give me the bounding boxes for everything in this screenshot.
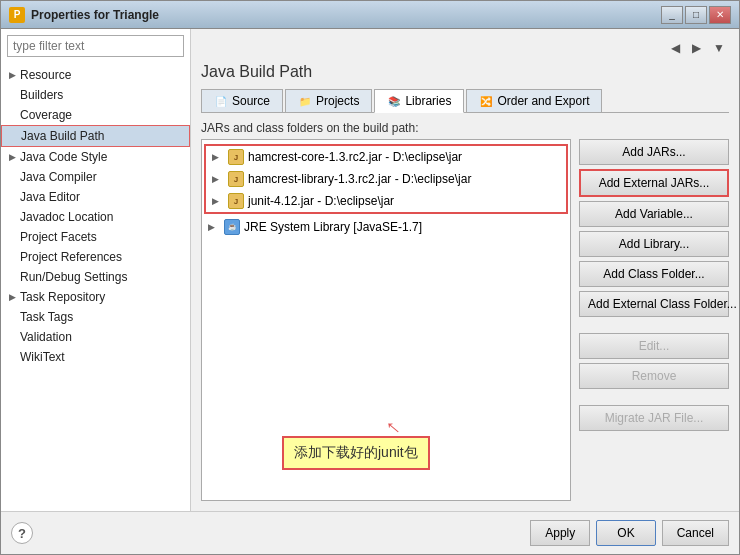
source-tab-icon: 📄 — [214, 94, 228, 108]
tab-libraries-label: Libraries — [405, 94, 451, 108]
build-path-main: ▶ J hamcrest-core-1.3.rc2.jar - D:\eclip… — [201, 139, 729, 501]
sidebar-item-task-repository[interactable]: ▶ Task Repository — [1, 287, 190, 307]
window-controls: _ □ ✕ — [661, 6, 731, 24]
sidebar: ▶ Resource ▶ Builders ▶ Coverage ▶ Java … — [1, 29, 191, 511]
sidebar-item-java-build-path[interactable]: ▶ Java Build Path — [1, 125, 190, 147]
sidebar-item-label: Task Repository — [20, 290, 105, 304]
back-button[interactable]: ◀ — [667, 39, 684, 57]
sidebar-item-resource[interactable]: ▶ Resource — [1, 65, 190, 85]
ok-button[interactable]: OK — [596, 520, 655, 546]
window-title: Properties for Triangle — [31, 8, 661, 22]
sidebar-item-validation[interactable]: ▶ Validation — [1, 327, 190, 347]
tabs-row: 📄 Source 📁 Projects 📚 Libraries 🔀 Order … — [201, 89, 729, 113]
sidebar-item-task-tags[interactable]: ▶ Task Tags — [1, 307, 190, 327]
migrate-jar-button[interactable]: Migrate JAR File... — [579, 405, 729, 431]
sidebar-item-wikitext[interactable]: ▶ WikiText — [1, 347, 190, 367]
arrow-icon: ▶ — [9, 292, 16, 302]
jar-list: ▶ J hamcrest-core-1.3.rc2.jar - D:\eclip… — [202, 140, 570, 240]
close-button[interactable]: ✕ — [709, 6, 731, 24]
sidebar-item-label: Run/Debug Settings — [20, 270, 127, 284]
add-external-jars-button[interactable]: Add External JARs... — [579, 169, 729, 197]
add-jars-button[interactable]: Add JARs... — [579, 139, 729, 165]
build-path-area: JARs and class folders on the build path… — [201, 121, 729, 501]
jar-file-icon: J — [228, 149, 244, 165]
sidebar-item-label: Coverage — [20, 108, 72, 122]
sidebar-item-label: Javadoc Location — [20, 210, 113, 224]
dropdown-button[interactable]: ▼ — [709, 39, 729, 57]
sidebar-list: ▶ Resource ▶ Builders ▶ Coverage ▶ Java … — [1, 63, 190, 511]
sidebar-item-run-debug-settings[interactable]: ▶ Run/Debug Settings — [1, 267, 190, 287]
remove-button[interactable]: Remove — [579, 363, 729, 389]
tab-projects-label: Projects — [316, 94, 359, 108]
arrow-icon: ▶ — [9, 70, 16, 80]
sidebar-item-java-compiler[interactable]: ▶ Java Compiler — [1, 167, 190, 187]
cancel-button[interactable]: Cancel — [662, 520, 729, 546]
sidebar-item-label: Validation — [20, 330, 72, 344]
tab-projects[interactable]: 📁 Projects — [285, 89, 372, 112]
jar-file-icon: J — [228, 171, 244, 187]
jar-item-label: hamcrest-library-1.3.rc2.jar - D:\eclips… — [248, 172, 471, 186]
jar-file-icon: J — [228, 193, 244, 209]
libraries-tab-icon: 📚 — [387, 94, 401, 108]
properties-window: P Properties for Triangle _ □ ✕ ▶ Resour… — [0, 0, 740, 555]
tab-source[interactable]: 📄 Source — [201, 89, 283, 112]
sidebar-item-label: WikiText — [20, 350, 65, 364]
sidebar-item-builders[interactable]: ▶ Builders — [1, 85, 190, 105]
order-export-tab-icon: 🔀 — [479, 94, 493, 108]
forward-button[interactable]: ▶ — [688, 39, 705, 57]
nav-arrows: ◀ ▶ ▼ — [201, 39, 729, 57]
sidebar-item-java-editor[interactable]: ▶ Java Editor — [1, 187, 190, 207]
tab-order-export[interactable]: 🔀 Order and Export — [466, 89, 602, 112]
add-class-folder-button[interactable]: Add Class Folder... — [579, 261, 729, 287]
maximize-button[interactable]: □ — [685, 6, 707, 24]
jar-item-label: junit-4.12.jar - D:\eclipse\jar — [248, 194, 394, 208]
title-bar: P Properties for Triangle _ □ ✕ — [1, 1, 739, 29]
apply-button[interactable]: Apply — [530, 520, 590, 546]
sidebar-item-label: Project Facets — [20, 230, 97, 244]
sidebar-item-label: Builders — [20, 88, 63, 102]
panel-title: Java Build Path — [201, 63, 729, 81]
minimize-button[interactable]: _ — [661, 6, 683, 24]
right-panel: ◀ ▶ ▼ Java Build Path 📄 Source 📁 Project… — [191, 29, 739, 511]
filter-input[interactable] — [7, 35, 184, 57]
sidebar-item-project-facets[interactable]: ▶ Project Facets — [1, 227, 190, 247]
sidebar-item-label: Task Tags — [20, 310, 73, 324]
jar-collapse-icon: ▶ — [212, 152, 224, 162]
annotation-arrow-icon: ↑ — [379, 414, 406, 439]
sidebar-item-project-references[interactable]: ▶ Project References — [1, 247, 190, 267]
sidebar-item-coverage[interactable]: ▶ Coverage — [1, 105, 190, 125]
jar-list-container[interactable]: ▶ J hamcrest-core-1.3.rc2.jar - D:\eclip… — [201, 139, 571, 501]
list-item[interactable]: ▶ ☕ JRE System Library [JavaSE-1.7] — [202, 216, 570, 238]
annotation-box: 添加下载好的junit包 — [282, 436, 430, 470]
add-external-class-folder-button[interactable]: Add External Class Folder... — [579, 291, 729, 317]
sidebar-item-label: Java Editor — [20, 190, 80, 204]
jar-item-label: hamcrest-core-1.3.rc2.jar - D:\eclipse\j… — [248, 150, 462, 164]
jar-item-label: JRE System Library [JavaSE-1.7] — [244, 220, 422, 234]
sidebar-item-label: Java Build Path — [21, 129, 104, 143]
sidebar-item-java-code-style[interactable]: ▶ Java Code Style — [1, 147, 190, 167]
bottom-bar: ? Apply OK Cancel — [1, 511, 739, 554]
sidebar-item-javadoc-location[interactable]: ▶ Javadoc Location — [1, 207, 190, 227]
bottom-right: Apply OK Cancel — [530, 520, 729, 546]
edit-button[interactable]: Edit... — [579, 333, 729, 359]
add-variable-button[interactable]: Add Variable... — [579, 201, 729, 227]
list-item[interactable]: ▶ J hamcrest-core-1.3.rc2.jar - D:\eclip… — [206, 146, 566, 168]
sidebar-item-label: Resource — [20, 68, 71, 82]
tab-order-export-label: Order and Export — [497, 94, 589, 108]
help-button[interactable]: ? — [11, 522, 33, 544]
list-item[interactable]: ▶ J hamcrest-library-1.3.rc2.jar - D:\ec… — [206, 168, 566, 190]
list-item[interactable]: ▶ J junit-4.12.jar - D:\eclipse\jar — [206, 190, 566, 212]
jar-collapse-icon: ▶ — [212, 196, 224, 206]
jar-collapse-icon: ▶ — [208, 222, 220, 232]
tab-source-label: Source — [232, 94, 270, 108]
sidebar-item-label: Java Compiler — [20, 170, 97, 184]
jre-icon: ☕ — [224, 219, 240, 235]
action-buttons: Add JARs... Add External JARs... Add Var… — [579, 139, 729, 501]
arrow-icon: ▶ — [9, 152, 16, 162]
main-content: ▶ Resource ▶ Builders ▶ Coverage ▶ Java … — [1, 29, 739, 511]
bottom-left: ? — [11, 522, 33, 544]
jar-collapse-icon: ▶ — [212, 174, 224, 184]
add-library-button[interactable]: Add Library... — [579, 231, 729, 257]
window-icon: P — [9, 7, 25, 23]
tab-libraries[interactable]: 📚 Libraries — [374, 89, 464, 113]
